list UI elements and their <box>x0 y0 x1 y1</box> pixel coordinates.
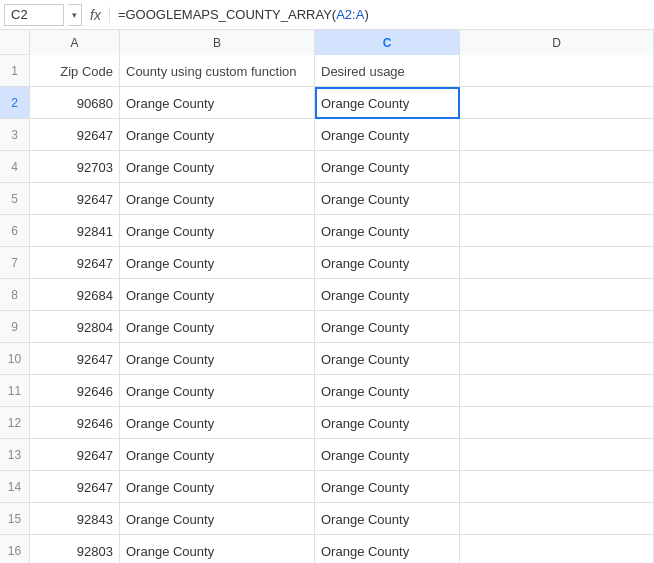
cell-14c[interactable]: Orange County <box>315 471 460 503</box>
cell-2b[interactable]: Orange County <box>120 87 315 119</box>
cell-9c[interactable]: Orange County <box>315 311 460 343</box>
cell-1d[interactable] <box>460 55 654 87</box>
cell-12b[interactable]: Orange County <box>120 407 315 439</box>
cell-10d[interactable] <box>460 343 654 375</box>
table-row: 4 92703 Orange County Orange County <box>0 151 654 183</box>
cell-3d[interactable] <box>460 119 654 151</box>
col-header-b[interactable]: B <box>120 30 315 55</box>
cell-16d[interactable] <box>460 535 654 563</box>
cell-1c[interactable]: Desired usage <box>315 55 460 87</box>
cell-1b[interactable]: County using custom function <box>120 55 315 87</box>
cell-15a[interactable]: 92843 <box>30 503 120 535</box>
cell-15b[interactable]: Orange County <box>120 503 315 535</box>
cell-2d[interactable] <box>460 87 654 119</box>
cell-13c[interactable]: Orange County <box>315 439 460 471</box>
row-num-10: 10 <box>0 343 30 374</box>
cell-3c[interactable]: Orange County <box>315 119 460 151</box>
cell-10a[interactable]: 92647 <box>30 343 120 375</box>
cell-7c[interactable]: Orange County <box>315 247 460 279</box>
cell-14b[interactable]: Orange County <box>120 471 315 503</box>
cell-4b[interactable]: Orange County <box>120 151 315 183</box>
cell-2a[interactable]: 90680 <box>30 87 120 119</box>
cell-4d[interactable] <box>460 151 654 183</box>
row-num-13: 13 <box>0 439 30 470</box>
cell-ref-box[interactable]: C2 <box>4 4 64 26</box>
col-header-d[interactable]: D <box>460 30 654 55</box>
corner-cell <box>0 30 30 54</box>
cell-11a[interactable]: 92646 <box>30 375 120 407</box>
row-num-7: 7 <box>0 247 30 278</box>
cell-1a[interactable]: Zip Code <box>30 55 120 87</box>
cell-14a[interactable]: 92647 <box>30 471 120 503</box>
col-header-a[interactable]: A <box>30 30 120 55</box>
cell-16a[interactable]: 92803 <box>30 535 120 563</box>
row-num-12: 12 <box>0 407 30 438</box>
table-row: 11 92646 Orange County Orange County <box>0 375 654 407</box>
cell-6d[interactable] <box>460 215 654 247</box>
col-header-c[interactable]: C <box>315 30 460 55</box>
cell-4c[interactable]: Orange County <box>315 151 460 183</box>
row-num-15: 15 <box>0 503 30 534</box>
table-row: 2 90680 Orange County Orange County <box>0 87 654 119</box>
cell-11b[interactable]: Orange County <box>120 375 315 407</box>
table-row: 9 92804 Orange County Orange County <box>0 311 654 343</box>
formula-input[interactable]: =GOOGLEMAPS_COUNTY_ARRAY(A2:A) <box>118 7 650 22</box>
table-row: 16 92803 Orange County Orange County <box>0 535 654 563</box>
cell-5a[interactable]: 92647 <box>30 183 120 215</box>
cell-6c[interactable]: Orange County <box>315 215 460 247</box>
cell-6b[interactable]: Orange County <box>120 215 315 247</box>
cell-11c[interactable]: Orange County <box>315 375 460 407</box>
table-row: 3 92647 Orange County Orange County <box>0 119 654 151</box>
cell-ref-dropdown[interactable]: ▾ <box>68 4 82 26</box>
formula-bar: C2 ▾ fx =GOOGLEMAPS_COUNTY_ARRAY(A2:A) <box>0 0 654 30</box>
cell-12a[interactable]: 92646 <box>30 407 120 439</box>
cell-3a[interactable]: 92647 <box>30 119 120 151</box>
cell-8c[interactable]: Orange County <box>315 279 460 311</box>
cell-5c[interactable]: Orange County <box>315 183 460 215</box>
fx-label: fx <box>90 7 110 23</box>
cell-10b[interactable]: Orange County <box>120 343 315 375</box>
row-num-3: 3 <box>0 119 30 150</box>
data-rows: 2 90680 Orange County Orange County 3 92… <box>0 87 654 563</box>
cell-13d[interactable] <box>460 439 654 471</box>
table-row: 14 92647 Orange County Orange County <box>0 471 654 503</box>
spreadsheet: A B C D 1 Zip Code County using custom f… <box>0 30 654 563</box>
cell-16c[interactable]: Orange County <box>315 535 460 563</box>
table-row: 10 92647 Orange County Orange County <box>0 343 654 375</box>
cell-2c[interactable]: Orange County <box>315 87 460 119</box>
cell-9a[interactable]: 92804 <box>30 311 120 343</box>
cell-6a[interactable]: 92841 <box>30 215 120 247</box>
row-num-11: 11 <box>0 375 30 406</box>
cell-16b[interactable]: Orange County <box>120 535 315 563</box>
table-row: 13 92647 Orange County Orange County <box>0 439 654 471</box>
cell-13a[interactable]: 92647 <box>30 439 120 471</box>
cell-9d[interactable] <box>460 311 654 343</box>
cell-14d[interactable] <box>460 471 654 503</box>
cell-5b[interactable]: Orange County <box>120 183 315 215</box>
cell-4a[interactable]: 92703 <box>30 151 120 183</box>
table-row: 7 92647 Orange County Orange County <box>0 247 654 279</box>
cell-8b[interactable]: Orange County <box>120 279 315 311</box>
cell-12c[interactable]: Orange County <box>315 407 460 439</box>
header-row: 1 Zip Code County using custom function … <box>0 55 654 87</box>
cell-3b[interactable]: Orange County <box>120 119 315 151</box>
cell-12d[interactable] <box>460 407 654 439</box>
cell-7b[interactable]: Orange County <box>120 247 315 279</box>
cell-10c[interactable]: Orange County <box>315 343 460 375</box>
row-num-1: 1 <box>0 55 30 86</box>
cell-11d[interactable] <box>460 375 654 407</box>
row-num-9: 9 <box>0 311 30 342</box>
row-num-4: 4 <box>0 151 30 182</box>
cell-9b[interactable]: Orange County <box>120 311 315 343</box>
cell-5d[interactable] <box>460 183 654 215</box>
cell-7d[interactable] <box>460 247 654 279</box>
cell-13b[interactable]: Orange County <box>120 439 315 471</box>
cell-15d[interactable] <box>460 503 654 535</box>
cell-7a[interactable]: 92647 <box>30 247 120 279</box>
cell-8d[interactable] <box>460 279 654 311</box>
row-num-6: 6 <box>0 215 30 246</box>
cell-15c[interactable]: Orange County <box>315 503 460 535</box>
row-num-8: 8 <box>0 279 30 310</box>
cell-8a[interactable]: 92684 <box>30 279 120 311</box>
row-num-14: 14 <box>0 471 30 502</box>
